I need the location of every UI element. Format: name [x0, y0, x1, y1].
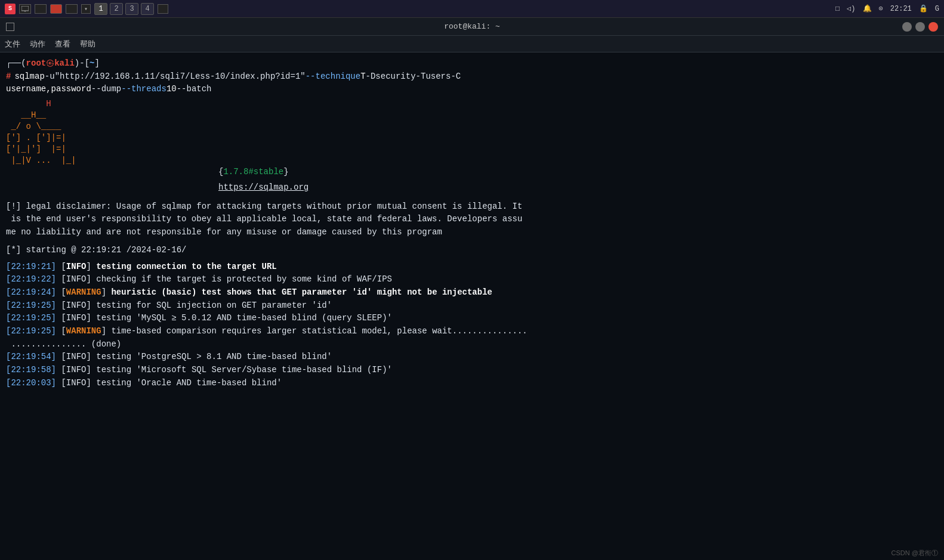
warn-bracket-5: [ — [61, 326, 66, 336]
ts-1: [22:19:22] — [6, 274, 56, 284]
minimize-button[interactable] — [902, 22, 912, 32]
cmd-T-val: T — [360, 70, 365, 83]
ts-5: [22:19:25] — [6, 326, 56, 336]
maximize-button[interactable] — [915, 22, 925, 32]
workspace-4[interactable]: 4 — [141, 3, 154, 15]
taskbar-right: □ ◁) 🔔 ⊙ 22:21 🔒 G — [835, 4, 939, 13]
info-tag-0b: ] — [86, 262, 91, 271]
terminal-content[interactable]: ┌──(root㉿kali)-[~] # sqlmap -u "http://1… — [0, 52, 944, 560]
workspace-2[interactable]: 2 — [110, 3, 123, 15]
info-tag-1: [INFO] — [61, 274, 91, 284]
log-line-5: [22:19:25] [WARNING] time-based comparis… — [6, 325, 938, 351]
info-msg-1: checking if the target is protected by s… — [96, 274, 392, 284]
ts-2: [22:19:24] — [6, 287, 56, 297]
window-controls — [902, 22, 938, 32]
cmd-flag-D: -D — [366, 70, 376, 83]
cmd-flag-C: -C — [451, 70, 461, 83]
log-line-1: [22:19:22] [INFO] checking if the target… — [6, 273, 938, 286]
g-icon: G — [935, 5, 939, 13]
taskbar: S ▾ 1 2 3 4 □ ◁) 🔔 ⊙ 22:21 🔒 G — [0, 0, 944, 18]
info-msg-3: testing for SQL injection on GET paramet… — [96, 301, 332, 310]
command-line2: username,password --dump --threads 10 --… — [6, 83, 938, 96]
log-line-8: [22:20:03] [INFO] testing 'Oracle AND ti… — [6, 377, 938, 390]
info-tag-3: [INFO] — [61, 301, 91, 310]
menu-view[interactable]: 查看 — [55, 39, 70, 49]
watermark: CSDN @君衔① — [891, 549, 938, 558]
monitor-icon: □ — [835, 5, 840, 13]
cmd-security-val: security — [375, 70, 415, 83]
volume-icon: ◁) — [847, 4, 855, 13]
taskbar-folder-icon — [35, 4, 47, 14]
info-msg-0: testing connection to the target URL — [96, 262, 276, 271]
menu-action[interactable]: 动作 — [30, 39, 45, 49]
info-label-0: INFO — [66, 262, 87, 271]
lock-icon: 🔒 — [919, 4, 928, 13]
sqlmap-url-text: https://sqlmap.org — [218, 182, 309, 192]
ts-8: [22:20:03] — [6, 378, 56, 388]
warn-label-2: WARNING — [66, 287, 101, 297]
warn-label-5: WARNING — [66, 326, 101, 336]
warn-bracket-2b: ] — [101, 287, 106, 297]
taskbar-app-icon: S — [5, 4, 16, 14]
ps1-snail: ㉿ — [46, 57, 54, 70]
menu-file[interactable]: 文件 — [5, 39, 20, 49]
sqlmap-ascii-art: H __H__ _/ o \____ ['] . [']|=| ['|_|'] … — [6, 98, 938, 166]
cmd-threads-flag: --threads — [121, 83, 166, 96]
cmd-users-val: users — [425, 70, 451, 83]
cmd-flag-u: -u — [45, 70, 55, 83]
ts-4: [22:19:25] — [6, 313, 56, 323]
version-display: {1.7.8#stable} — [218, 166, 938, 179]
cmd-url-val: "http://192.168.1.11/sqli7/Less-10/index… — [55, 70, 306, 83]
sqlmap-url: https://sqlmap.org — [6, 181, 938, 194]
cmd-threads-val: 10 — [166, 83, 177, 96]
command-line: # sqlmap -u "http://192.168.1.11/sqli7/L… — [6, 70, 938, 83]
cmd-flag-T: -T — [416, 70, 426, 83]
log-line-7: [22:19:58] [INFO] testing 'Microsoft SQL… — [6, 364, 938, 377]
clock-icon: ⊙ — [879, 4, 883, 13]
ts-7: [22:19:58] — [6, 365, 56, 375]
warn-bracket-2: [ — [61, 287, 66, 297]
taskbar-arrow[interactable]: ▾ — [81, 4, 91, 14]
time-display: 22:21 — [890, 5, 912, 13]
log-output: [22:19:21] [INFO] testing connection to … — [6, 261, 938, 390]
window-title: root@kali: ~ — [444, 22, 500, 31]
ps1-dir: ~ — [90, 57, 94, 70]
workspace-1[interactable]: 1 — [94, 3, 107, 15]
info-tag-6: [INFO] — [61, 352, 91, 361]
starting-line: [*] starting @ 22:19:21 /2024-02-16/ — [6, 244, 938, 257]
info-tag-7: [INFO] — [61, 365, 91, 375]
menubar: 文件 动作 查看 帮助 — [0, 36, 944, 52]
info-msg-8: testing 'Oracle AND time-based blind' — [96, 378, 282, 388]
cmd-userpass: username,password — [6, 83, 91, 96]
taskbar-screen-icon — [19, 4, 31, 14]
taskbar-fire-icon — [50, 4, 62, 14]
log-line-4: [22:19:25] [INFO] testing 'MySQL ≥ 5.0.1… — [6, 312, 938, 325]
cmd-batch-flag: --batch — [177, 83, 212, 96]
ps1-open-paren: ┌──( — [6, 57, 26, 70]
info-msg-4: testing 'MySQL ≥ 5.0.12 AND time-based b… — [96, 313, 392, 323]
taskbar-extra — [158, 4, 168, 14]
titlebar: root@kali: ~ — [0, 18, 944, 36]
warn-msg-2: heuristic (basic) test shows that GET pa… — [111, 287, 492, 297]
log-line-2: [22:19:24] [WARNING] heuristic (basic) t… — [6, 286, 938, 299]
watermark-text: CSDN @君衔① — [891, 549, 938, 556]
ps1-host: kali — [54, 57, 75, 70]
ts-0: [22:19:21] — [6, 262, 56, 271]
prompt-display: ┌──(root㉿kali)-[~] — [6, 57, 938, 70]
info-msg-7: testing 'Microsoft SQL Server/Sybase tim… — [96, 365, 392, 375]
workspace-3[interactable]: 3 — [125, 3, 138, 15]
info-tag-0: [ — [61, 262, 66, 271]
titlebar-left — [6, 23, 14, 31]
cmd-technique-flag: --technique — [306, 70, 360, 83]
svg-rect-0 — [21, 6, 29, 11]
cmd-sqlmap: sqlmap — [14, 70, 44, 83]
close-button[interactable] — [928, 22, 938, 32]
menu-help[interactable]: 帮助 — [80, 39, 95, 49]
window-icon — [6, 23, 14, 31]
bell-icon: 🔔 — [863, 4, 872, 13]
log-line-6: [22:19:54] [INFO] testing 'PostgreSQL > … — [6, 351, 938, 364]
ps1-close-paren: )-[ — [75, 57, 90, 70]
ts-3: [22:19:25] — [6, 301, 56, 310]
disclaimer-text: [!] legal disclaimer: Usage of sqlmap fo… — [6, 200, 938, 239]
info-tag-8: [INFO] — [61, 378, 91, 388]
